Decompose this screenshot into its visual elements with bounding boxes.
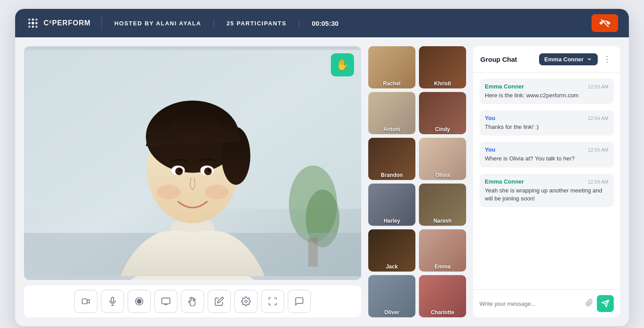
svg-rect-34 [162, 298, 170, 304]
participant-card-khristi[interactable]: Khristi [419, 46, 466, 88]
send-icon [601, 300, 609, 308]
chat-time: 12:56 AM [588, 147, 608, 152]
person-chat-tab[interactable]: Emma Conner [539, 53, 598, 65]
participant-name-rachel: Rachel [368, 80, 415, 87]
svg-point-8 [36, 26, 38, 28]
chat-sender: Emma Conner [485, 178, 524, 185]
chat-text: Yeah she is wrapping up another meeting … [485, 187, 608, 203]
participant-card-oliver[interactable]: Oliver [368, 275, 415, 317]
chat-text: Here is the link: www.c2perform.com [485, 92, 608, 100]
svg-point-6 [28, 26, 31, 28]
chat-bubble-header: You 12:54 AM [485, 115, 608, 121]
participants-count: 25 PARTICIPANTS [214, 20, 299, 27]
gear-icon [241, 296, 251, 306]
participant-row: Jack Emma [368, 229, 466, 272]
participant-name-cindy: Cindy [419, 126, 466, 132]
send-button[interactable] [597, 295, 614, 312]
svg-point-7 [32, 26, 34, 28]
participant-card-cindy[interactable]: Cindy [419, 92, 466, 134]
participant-name-jack: Jack [368, 264, 415, 270]
svg-point-2 [36, 19, 38, 21]
chat-time: 12:59 AM [588, 179, 608, 184]
svg-point-0 [28, 19, 31, 21]
microphone-button[interactable] [101, 290, 124, 313]
svg-point-1 [32, 19, 34, 21]
end-call-button[interactable] [592, 14, 618, 32]
svg-point-22 [171, 108, 219, 141]
raise-hand-button[interactable]: ✋ [331, 53, 354, 76]
participant-card-naresh[interactable]: Naresh [419, 184, 466, 226]
video-section: ✋ [24, 46, 361, 317]
participant-card-harley[interactable]: Harley [368, 184, 415, 226]
video-container: ✋ [24, 46, 361, 280]
participant-name-charlotte: Charlotte [419, 309, 466, 316]
participant-card-emma[interactable]: Emma [419, 229, 466, 272]
hand-icon [188, 296, 197, 306]
record-button[interactable] [128, 290, 151, 313]
participant-row: Rachel Khristi [368, 46, 466, 88]
svg-point-30 [205, 185, 229, 199]
participant-card-brandon[interactable]: Brandon [368, 138, 415, 180]
fullscreen-button[interactable] [261, 290, 284, 313]
settings-button[interactable] [234, 290, 258, 313]
participant-row: Antoni Cindy [368, 92, 466, 134]
svg-point-5 [36, 22, 38, 24]
camera-icon [81, 296, 91, 306]
participant-name-naresh: Naresh [419, 218, 466, 224]
participant-card-olivia[interactable]: Olivia [419, 138, 466, 180]
chat-input-area [473, 289, 620, 317]
chevron-down-icon [586, 56, 592, 62]
svg-point-4 [32, 22, 34, 24]
chat-time: 12:53 AM [588, 84, 608, 89]
chat-time: 12:54 AM [588, 116, 608, 121]
chat-messages: Emma Conner 12:53 AM Here is the link: w… [473, 72, 620, 289]
logo-text: C²PERFORM [44, 19, 91, 27]
attach-button[interactable] [585, 299, 593, 309]
participant-row: Harley Naresh [368, 184, 466, 226]
person-chat-label: Emma Conner [544, 56, 584, 63]
hosted-by: HOSTED BY ALANI AYALA [102, 20, 214, 27]
app-container: C²PERFORM HOSTED BY ALANI AYALA 25 PARTI… [15, 9, 629, 326]
top-bar: C²PERFORM HOSTED BY ALANI AYALA 25 PARTI… [15, 9, 629, 37]
mic-icon [108, 296, 117, 306]
raise-hand-toolbar-button[interactable] [181, 290, 204, 313]
chat-bubble-header: You 12:56 AM [485, 146, 608, 153]
svg-point-3 [28, 22, 31, 24]
participant-row: Brandon Olivia [368, 138, 466, 180]
chat-bubble-1: You 12:54 AM Thanks for the link! :) [479, 110, 614, 136]
participant-card-antoni[interactable]: Antoni [368, 92, 415, 134]
participant-card-jack[interactable]: Jack [368, 229, 415, 272]
chat-sender: You [485, 115, 495, 121]
screen-share-button[interactable] [154, 290, 177, 313]
svg-point-28 [208, 169, 210, 172]
chat-more-button[interactable]: ⋮ [601, 52, 613, 66]
logo-icon [26, 16, 40, 30]
annotate-button[interactable] [208, 290, 231, 313]
chat-bubble-header: Emma Conner 12:53 AM [485, 83, 608, 90]
camera-button[interactable] [74, 290, 97, 313]
chat-input[interactable] [479, 300, 582, 307]
chat-bubble-header: Emma Conner 12:59 AM [485, 178, 608, 185]
participant-card-charlotte[interactable]: Charlotte [419, 275, 466, 317]
participant-row: Oliver Charlotte [368, 275, 466, 317]
toolbar [24, 285, 361, 317]
logo-area: C²PERFORM [26, 16, 102, 30]
participant-name-brandon: Brandon [368, 172, 415, 178]
chat-text: Thanks for the link! :) [485, 123, 608, 131]
chat-bubble-2: You 12:56 AM Where is Olivia at? You tal… [479, 142, 614, 167]
chat-toggle-button[interactable] [288, 290, 311, 313]
chat-bubble-3: Emma Conner 12:59 AM Yeah she is wrappin… [479, 174, 614, 207]
participant-name-emma: Emma [419, 264, 466, 270]
chat-text: Where is Olivia at? You talk to her? [485, 155, 608, 163]
pencil-icon [214, 296, 224, 306]
record-icon [134, 296, 144, 306]
main-content: ✋ [15, 37, 629, 326]
screen-share-icon [161, 296, 171, 306]
participant-card-rachel[interactable]: Rachel [368, 46, 415, 88]
chat-section: Group Chat Emma Conner ⋮ Emma Conner 12:… [473, 46, 620, 317]
group-chat-tab[interactable]: Group Chat [480, 56, 517, 63]
call-timer: 00:05:30 [299, 20, 338, 27]
end-call-icon [600, 18, 610, 28]
chat-sender: You [485, 146, 495, 153]
participants-section: Rachel Khristi Antoni [368, 46, 466, 317]
